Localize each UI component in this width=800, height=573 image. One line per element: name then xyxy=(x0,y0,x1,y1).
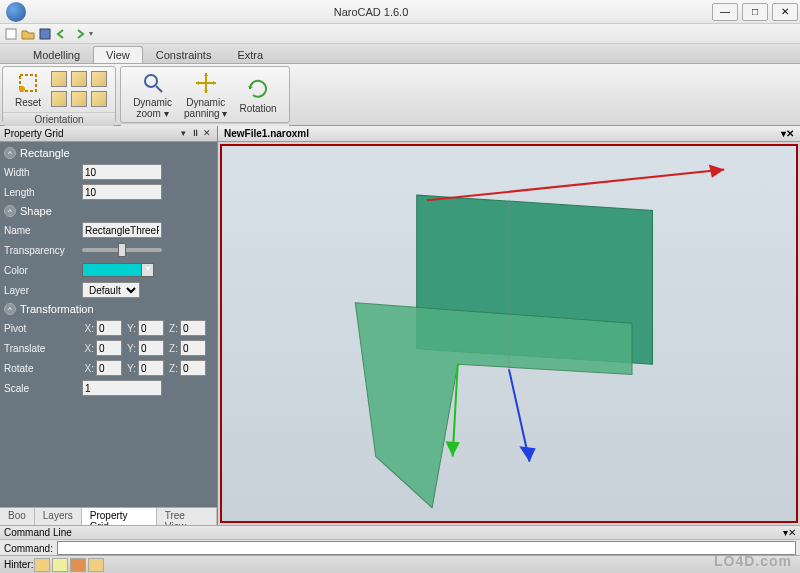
command-line-header: Command Line ▾ ✕ xyxy=(0,526,800,540)
document-tab: NewFile1.naroxml ▾ ✕ xyxy=(218,126,800,142)
window-controls: — □ ✕ xyxy=(710,3,800,21)
translate-x-input[interactable] xyxy=(96,340,122,356)
command-line-panel: Command Line ▾ ✕ Command: xyxy=(0,525,800,555)
rotation-button[interactable]: Rotation xyxy=(233,75,282,116)
btab-property-grid[interactable]: Property Grid xyxy=(82,508,157,525)
svg-rect-0 xyxy=(6,29,16,39)
section-rectangle[interactable]: ^ Rectangle xyxy=(4,144,213,162)
viewport-wrap: NewFile1.naroxml ▾ ✕ xyxy=(218,126,800,525)
translate-y-input[interactable] xyxy=(138,340,164,356)
hinter-bar: Hinter: xyxy=(0,555,800,573)
svg-marker-11 xyxy=(445,441,459,456)
rotate-label: Rotate xyxy=(4,363,80,374)
zoom-icon xyxy=(141,71,165,95)
view-left-button[interactable] xyxy=(91,91,107,107)
dynamic-panning-label: Dynamic panning ▾ xyxy=(184,97,227,119)
minimize-button[interactable]: — xyxy=(712,3,738,21)
reset-button[interactable]: Reset xyxy=(9,69,47,110)
view-front-button[interactable] xyxy=(71,71,87,87)
close-button[interactable]: ✕ xyxy=(772,3,798,21)
qat-dropdown-icon[interactable]: ▾ xyxy=(89,29,93,38)
pivot-x-input[interactable] xyxy=(96,320,122,336)
panel-close-icon[interactable]: ✕ xyxy=(201,128,213,140)
pivot-y-input[interactable] xyxy=(138,320,164,336)
hinter-btn-1[interactable] xyxy=(34,558,50,572)
cmdline-close-icon[interactable]: ✕ xyxy=(788,527,796,538)
btab-tree-view[interactable]: Tree View xyxy=(157,508,217,525)
btab-boo[interactable]: Boo xyxy=(0,508,35,525)
titlebar: NaroCAD 1.6.0 — □ ✕ xyxy=(0,0,800,24)
scale-label: Scale xyxy=(4,383,80,394)
transparency-slider[interactable] xyxy=(82,248,162,252)
width-label: Width xyxy=(4,167,80,178)
hinter-btn-4[interactable] xyxy=(88,558,104,572)
rotation-icon xyxy=(246,77,270,101)
doc-close-icon[interactable]: ✕ xyxy=(786,128,794,139)
ribbon-tabs: Modelling View Constraints Extra xyxy=(0,44,800,64)
width-input[interactable] xyxy=(82,164,162,180)
rotate-y-input[interactable] xyxy=(138,360,164,376)
viewport-3d[interactable] xyxy=(220,144,798,523)
rotate-z-input[interactable] xyxy=(180,360,206,376)
rotate-x-input[interactable] xyxy=(96,360,122,376)
hinter-btn-3[interactable] xyxy=(70,558,86,572)
property-panel-title: Property Grid xyxy=(4,128,63,139)
section-rectangle-label: Rectangle xyxy=(20,147,70,159)
main-area: Property Grid ▾ ⏸ ✕ ^ Rectangle Width Le… xyxy=(0,126,800,525)
collapse-icon: ^ xyxy=(4,147,16,159)
orientation-group-label: Orientation xyxy=(3,112,115,126)
name-input[interactable] xyxy=(82,222,162,238)
translate-z-input[interactable] xyxy=(180,340,206,356)
dynamic-zoom-button[interactable]: Dynamic zoom ▾ xyxy=(127,69,178,121)
document-name: NewFile1.naroxml xyxy=(224,128,309,139)
pivot-label: Pivot xyxy=(4,323,80,334)
hinter-label: Hinter: xyxy=(4,559,33,570)
rotation-label: Rotation xyxy=(239,103,276,114)
tab-modelling[interactable]: Modelling xyxy=(20,46,93,63)
tab-constraints[interactable]: Constraints xyxy=(143,46,225,63)
svg-marker-7 xyxy=(355,303,632,508)
panel-pin-icon[interactable]: ⏸ xyxy=(189,128,201,140)
panel-dropdown-icon[interactable]: ▾ xyxy=(177,128,189,140)
pivot-z-input[interactable] xyxy=(180,320,206,336)
btab-layers[interactable]: Layers xyxy=(35,508,82,525)
command-line-title: Command Line xyxy=(4,527,72,538)
quick-access-toolbar: ▾ xyxy=(0,24,800,44)
view-top-button[interactable] xyxy=(51,71,67,87)
qat-redo-icon[interactable] xyxy=(72,27,86,41)
ribbon-group-orientation: Reset Orientation xyxy=(2,66,116,123)
section-transformation[interactable]: ^ Transformation xyxy=(4,300,213,318)
watermark: LO4D.com xyxy=(714,553,792,569)
property-body: ^ Rectangle Width Length ^ Shape Name Tr xyxy=(0,142,217,507)
command-input[interactable] xyxy=(57,541,796,555)
dynamic-panning-button[interactable]: Dynamic panning ▾ xyxy=(178,69,233,121)
qat-new-icon[interactable] xyxy=(4,27,18,41)
layer-select[interactable]: Default xyxy=(82,282,140,298)
view-right-button[interactable] xyxy=(91,71,107,87)
qat-open-icon[interactable] xyxy=(21,27,35,41)
reset-icon xyxy=(16,71,40,95)
tab-extra[interactable]: Extra xyxy=(224,46,276,63)
dynamic-zoom-label: Dynamic zoom ▾ xyxy=(133,97,172,119)
name-label: Name xyxy=(4,225,80,236)
view-bottom-button[interactable] xyxy=(51,91,67,107)
section-shape[interactable]: ^ Shape xyxy=(4,202,213,220)
maximize-button[interactable]: □ xyxy=(742,3,768,21)
qat-save-icon[interactable] xyxy=(38,27,52,41)
color-picker[interactable]: ▾ xyxy=(82,263,154,277)
section-shape-label: Shape xyxy=(20,205,52,217)
hinter-btn-2[interactable] xyxy=(52,558,68,572)
tab-view[interactable]: View xyxy=(93,46,143,63)
svg-point-3 xyxy=(19,86,25,92)
svg-line-5 xyxy=(156,86,162,92)
command-label: Command: xyxy=(4,543,53,554)
pan-icon xyxy=(194,71,218,95)
collapse-icon: ^ xyxy=(4,205,16,217)
length-input[interactable] xyxy=(82,184,162,200)
view-back-button[interactable] xyxy=(71,91,87,107)
chevron-down-icon: ▾ xyxy=(141,264,153,276)
svg-point-4 xyxy=(145,75,157,87)
app-icon xyxy=(6,2,26,22)
scale-input[interactable] xyxy=(82,380,162,396)
qat-undo-icon[interactable] xyxy=(55,27,69,41)
